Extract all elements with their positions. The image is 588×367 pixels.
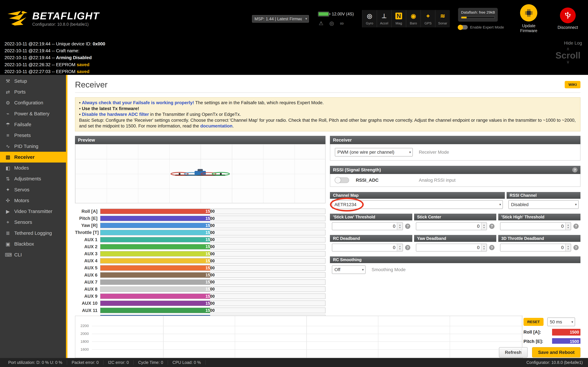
refresh-interval-select[interactable]: 50 ms (547, 317, 575, 326)
help-icon[interactable]: ? (405, 245, 410, 250)
sidebar-item-power-battery[interactable]: ⌁ Power & Battery (0, 108, 66, 119)
channel-readouts: Roll [A]: 1500 Pitch [E]: 1500 (524, 329, 580, 344)
sidebar-item-servos[interactable]: ✦ Servos (0, 184, 66, 195)
battery-block: 12.00V (4S) ⚠ ◎ ∞ (318, 12, 354, 26)
log-line: 2022-10-11 @22:27:03 -- EEPROM saved (4, 68, 583, 75)
sidebar-item-tethered-logging[interactable]: ≣ Tethered Logging (0, 228, 66, 239)
sidebar-item-configuration[interactable]: ⚙ Configuration (0, 97, 66, 108)
warning-icon[interactable]: ⚠ (319, 21, 323, 26)
sidebar-item-icon: ⌨ (5, 252, 11, 258)
sensor-label: Gyro (366, 21, 373, 25)
adc-filter-link[interactable]: Disable the hardware ADC filter (82, 112, 149, 117)
channel-map-select[interactable]: AETR1234 (332, 200, 503, 209)
sidebar-item-ports[interactable]: ⇄ Ports (0, 86, 66, 97)
deadband-number-input[interactable]: 0 ▴▾ (332, 244, 403, 251)
rssi-adc-toggle[interactable] (335, 177, 349, 183)
sidebar-item-video-transmitter[interactable]: ▶ Video Transmitter (0, 206, 66, 217)
smoothing-mode-select[interactable]: Off (332, 266, 366, 274)
spinner-icon[interactable]: ▴▾ (565, 223, 571, 230)
firmware-version-select[interactable]: MSP: 1.44 | Latest Firmware (252, 15, 309, 23)
status-configurator-version: Configurator: 10.8.0 (be4a9e1) (526, 360, 584, 365)
betaflight-bird-icon (6, 10, 28, 27)
sidebar-item-pid-tuning[interactable]: ∿ PID Tuning (0, 141, 66, 151)
channel-bar-fill (100, 258, 210, 263)
sidebar-item-sensors[interactable]: ⌖ Sensors (0, 217, 66, 228)
sidebar-item-presets[interactable]: ≡ Presets (0, 130, 66, 141)
sidebar-item-failsafe[interactable]: ☂ Failsafe (0, 119, 66, 130)
sidebar-item-label: Servos (14, 187, 29, 192)
note-line-failsafe: • Always check that your Failsafe is wor… (79, 100, 577, 106)
channel-bar-fill (100, 308, 210, 313)
scroll-down-icon[interactable]: ∨ (566, 60, 570, 64)
calibration-icon[interactable]: ◎ (329, 21, 334, 26)
threshold-number-input[interactable]: 0 ▴▾ (500, 222, 571, 230)
scroll-up-icon[interactable]: ∧ (566, 47, 570, 51)
refresh-interval-select-wrapper: 50 ms (547, 317, 575, 326)
spinner-icon[interactable]: ▴▾ (481, 244, 487, 251)
sidebar-item-modes[interactable]: ◧ Modes (0, 163, 66, 173)
sidebar-item-icon: ▶ (5, 209, 11, 214)
smoothing-mode-label: Smoothing Mode (372, 267, 406, 272)
threshold-field: Stick Center 0 ▴▾ ? (414, 214, 496, 230)
sidebar-item-receiver[interactable]: ▥ Receiver (0, 152, 66, 163)
reset-button[interactable]: RESET (524, 318, 544, 326)
sidebar-nav: ⚒ Setup ⇄ Ports ⚙ Configuration ⌁ Power … (0, 75, 66, 358)
channel-map-select-wrapper: AETR1234 (332, 200, 503, 209)
help-icon[interactable]: ? (489, 224, 494, 229)
sidebar-item-cli[interactable]: ⌨ CLI (0, 249, 66, 260)
threshold-number-input[interactable]: 0 ▴▾ (416, 222, 487, 230)
spinner-icon[interactable]: ▴▾ (565, 244, 571, 251)
help-icon[interactable]: ? (405, 224, 410, 229)
channel-readout: Roll [A]: 1500 (524, 329, 580, 335)
threshold-field: 'Stick High' Threshold 0 ▴▾ ? (498, 214, 580, 230)
rssi-adc-description: Analog RSSI input (419, 178, 456, 183)
failsafe-link[interactable]: Always check that your Failsafe is worki… (82, 100, 194, 105)
help-icon[interactable]: ? (489, 245, 494, 250)
help-icon[interactable]: ? (572, 167, 578, 173)
sidebar-item-adjustments[interactable]: ⇅ Adjustments (0, 173, 66, 184)
spinner-icon[interactable]: ▴▾ (397, 223, 402, 230)
channel-bars: Roll [A] 1500 Pitch [E] (75, 208, 326, 321)
wiki-button[interactable]: WIKI (565, 81, 580, 88)
deadband-number-input[interactable]: 0 ▴▾ (500, 244, 571, 251)
receiver-mode-select[interactable]: PWM (one wire per channel) (335, 148, 413, 157)
sidebar-item-icon: ⚒ (5, 78, 11, 84)
sidebar-item-motors[interactable]: ✣ Motors (0, 195, 66, 206)
sidebar-item-setup[interactable]: ⚒ Setup (0, 76, 66, 86)
sidebar-item-label: Power & Battery (14, 111, 50, 117)
utility-icons: ⚠ ◎ ∞ (318, 21, 354, 26)
sidebar-item-label: Video Transmitter (14, 209, 52, 214)
sidebar-item-blackbox[interactable]: ▣ Blackbox (0, 239, 66, 249)
channel-bar: 1500 (100, 223, 326, 228)
expert-mode-toggle[interactable] (458, 25, 468, 30)
channel-bar-fill (100, 237, 210, 242)
sensor-label: Baro (410, 21, 417, 25)
save-reboot-button[interactable]: Save and Reboot (532, 347, 580, 358)
disconnect-button[interactable]: Disconnect (553, 8, 582, 30)
gridline (92, 349, 523, 350)
help-icon[interactable]: ? (573, 245, 579, 250)
channel-bar: 1500 (100, 286, 326, 292)
help-icon[interactable]: ? (573, 224, 579, 229)
sensor-icon: ⌖ (424, 13, 431, 19)
channel-row: Roll [A] 1500 (75, 208, 326, 215)
graph-tick-row: 2000 (75, 326, 522, 334)
channel-bar: 1500 (100, 265, 326, 271)
sidebar-item-label: Ports (14, 89, 26, 95)
log-lines: 2022-10-11 @22:19:44 -- Unique device ID… (4, 41, 583, 75)
log-scroll-control[interactable]: ∧ Scroll ∨ (555, 47, 580, 64)
rssi-channel-select[interactable]: Disabled (509, 200, 579, 209)
receiver-mode-label: Receiver Mode (419, 150, 449, 155)
battery-icon (318, 12, 329, 17)
channel-bar-fill (100, 223, 210, 228)
spinner-icon[interactable]: ▴▾ (397, 244, 402, 251)
hide-log-link[interactable]: Hide Log (564, 41, 582, 46)
deadband-number-input[interactable]: 0 ▴▾ (416, 244, 487, 251)
sidebar-item-icon: ▥ (5, 154, 11, 160)
documentation-link[interactable]: documentation (200, 123, 233, 128)
spinner-icon[interactable]: ▴▾ (481, 223, 487, 230)
link-icon[interactable]: ∞ (340, 21, 344, 26)
update-firmware-button[interactable]: Update Firmware (515, 4, 543, 33)
channel-bar-fill (100, 230, 210, 235)
threshold-number-input[interactable]: 0 ▴▾ (332, 222, 403, 230)
